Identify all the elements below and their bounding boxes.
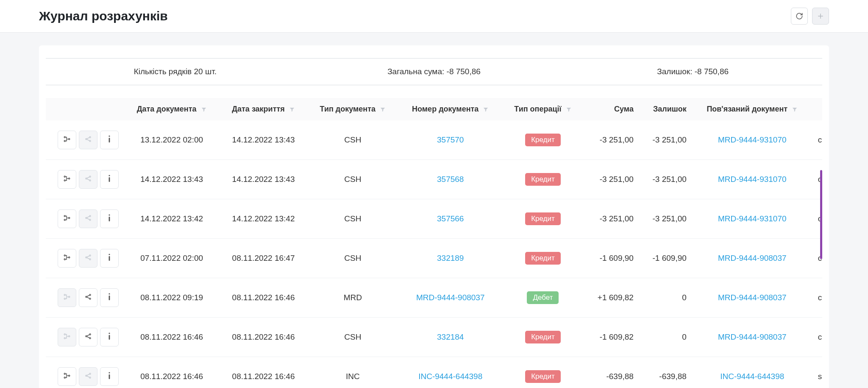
doc-number-link[interactable]: MRD-9444-908037 — [416, 293, 485, 302]
row-info-button[interactable] — [100, 367, 119, 386]
tree-icon — [63, 254, 71, 263]
cell-balance: -1 609,90 — [639, 239, 692, 278]
settlements-table: Дата документа Дата закриття — [46, 98, 822, 388]
refresh-button[interactable] — [791, 8, 808, 25]
header-bar: Журнал розрахунків — [0, 0, 868, 33]
table-scroll[interactable]: Дата документа Дата закриття — [46, 98, 822, 388]
linked-doc-link[interactable]: MRD-9444-908037 — [718, 293, 787, 302]
col-date-doc[interactable]: Дата документа — [124, 98, 220, 120]
filter-icon[interactable] — [792, 106, 798, 112]
doc-number-link[interactable]: 357570 — [437, 135, 464, 144]
filter-icon[interactable] — [483, 106, 489, 112]
row-info-button[interactable] — [100, 131, 119, 149]
linked-doc-link[interactable]: MRD-9444-908037 — [718, 254, 787, 262]
svg-point-67 — [89, 377, 91, 378]
col-doc-type[interactable]: Тип документа — [307, 98, 398, 120]
header-actions — [791, 8, 829, 25]
tree-icon — [63, 293, 71, 303]
share-icon — [84, 332, 92, 342]
svg-point-12 — [64, 176, 65, 177]
info-icon — [107, 293, 111, 303]
filter-icon[interactable] — [380, 106, 386, 112]
svg-point-13 — [64, 180, 65, 181]
svg-line-19 — [87, 179, 89, 180]
svg-point-34 — [69, 257, 70, 258]
op-type-badge: Кредит — [525, 173, 561, 186]
svg-point-42 — [64, 294, 65, 296]
doc-number-link[interactable]: INC-9444-644398 — [418, 372, 482, 381]
cell-date-close: 08.11.2022 16:46 — [220, 318, 307, 357]
col-amount[interactable]: Сума — [583, 98, 639, 120]
svg-point-27 — [89, 219, 91, 221]
svg-point-23 — [64, 219, 65, 221]
svg-point-47 — [89, 298, 91, 299]
op-type-badge: Кредит — [525, 331, 561, 343]
row-share-button — [79, 131, 97, 149]
svg-line-29 — [87, 218, 89, 219]
row-tree-button — [58, 328, 76, 346]
row-tree-button[interactable] — [58, 249, 76, 268]
linked-doc-link[interactable]: MRD-9444-931070 — [718, 214, 787, 223]
filter-icon[interactable] — [289, 106, 295, 112]
col-linked-doc[interactable]: Пов'язаний документ — [692, 98, 813, 120]
linked-doc-link[interactable]: MRD-9444-908037 — [718, 332, 787, 341]
col-balance[interactable]: Залишок — [639, 98, 692, 120]
summary-bar: Кількість рядків 20 шт. Загальна сума: -… — [46, 58, 822, 85]
table-row: 07.11.2022 02:0008.11.2022 16:47CSH33218… — [46, 239, 822, 278]
svg-point-4 — [69, 138, 70, 140]
tree-icon — [63, 175, 71, 184]
share-icon — [84, 372, 92, 382]
row-tree-button[interactable] — [58, 209, 76, 228]
svg-rect-11 — [109, 138, 110, 142]
row-tree-button[interactable] — [58, 131, 76, 149]
doc-number-link[interactable]: 357566 — [437, 214, 464, 223]
linked-doc-link[interactable]: MRD-9444-931070 — [718, 175, 787, 184]
vertical-scroll-indicator[interactable] — [820, 170, 822, 259]
svg-line-28 — [87, 216, 89, 218]
svg-point-37 — [89, 259, 91, 260]
doc-number-link[interactable]: 332184 — [437, 332, 464, 341]
cell-doc-type: CSH — [307, 318, 398, 357]
doc-number-link[interactable]: 357568 — [437, 175, 464, 184]
svg-point-16 — [89, 176, 91, 177]
col-doc-number[interactable]: Номер документа — [398, 98, 503, 120]
row-info-button[interactable] — [100, 288, 119, 307]
row-tree-button — [58, 288, 76, 307]
linked-doc-link[interactable]: MRD-9444-931070 — [718, 135, 787, 144]
svg-point-62 — [64, 373, 65, 374]
col-date-close[interactable]: Дата закриття — [220, 98, 307, 120]
svg-point-7 — [89, 140, 91, 142]
col-op-type[interactable]: Тип операції — [503, 98, 584, 120]
svg-point-53 — [64, 338, 65, 339]
linked-doc-link[interactable]: INC-9444-644398 — [720, 372, 784, 381]
row-share-button[interactable] — [79, 288, 97, 307]
row-info-button[interactable] — [100, 328, 119, 346]
info-icon — [107, 253, 111, 264]
row-tree-button[interactable] — [58, 170, 76, 189]
svg-point-2 — [64, 137, 65, 138]
filter-icon[interactable] — [566, 106, 572, 112]
share-icon — [84, 293, 92, 303]
svg-line-38 — [87, 256, 89, 257]
cell-amount: -1 609,90 — [583, 239, 639, 278]
row-share-button[interactable] — [79, 328, 97, 346]
cell-balance: 0 — [639, 278, 692, 318]
row-info-button[interactable] — [100, 170, 119, 189]
doc-number-link[interactable]: 332189 — [437, 254, 464, 262]
op-type-badge: Кредит — [525, 212, 561, 225]
svg-point-14 — [69, 178, 70, 179]
col-date-doc-label: Дата документа — [137, 105, 197, 114]
filter-icon[interactable] — [201, 106, 207, 112]
col-counterparty-type[interactable]: Тип контрагент — [813, 98, 822, 120]
row-tree-button[interactable] — [58, 367, 76, 386]
cell-amount: -1 609,82 — [583, 318, 639, 357]
cell-date-doc: 14.12.2022 13:43 — [124, 160, 220, 199]
summary-total: Загальна сума: -8 750,86 — [305, 59, 564, 85]
svg-point-56 — [89, 334, 91, 335]
row-info-button[interactable] — [100, 209, 119, 228]
cell-counterparty: supplier — [813, 357, 822, 388]
svg-point-64 — [69, 375, 70, 376]
row-info-button[interactable] — [100, 249, 119, 268]
cell-counterparty: client — [813, 120, 822, 160]
cell-balance: 0 — [639, 318, 692, 357]
